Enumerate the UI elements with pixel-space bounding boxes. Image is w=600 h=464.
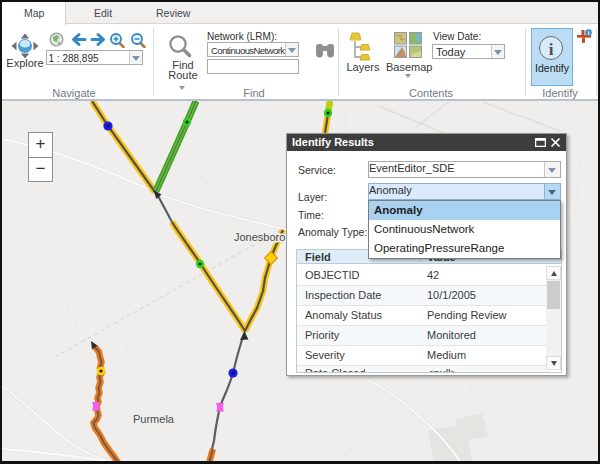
svg-text:Purmela: Purmela xyxy=(133,413,175,425)
svg-text:i: i xyxy=(549,40,554,59)
svg-text:Jonesboro: Jonesboro xyxy=(234,231,285,243)
